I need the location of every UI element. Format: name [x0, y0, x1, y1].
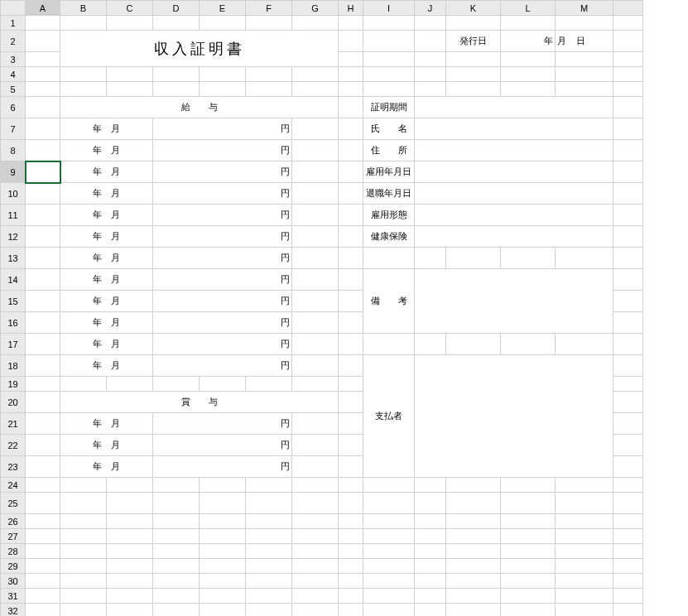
salary-amount: 円	[153, 183, 292, 205]
salary-amount: 円	[153, 140, 292, 161]
col-header[interactable]: D	[153, 1, 200, 16]
col-header[interactable]: M	[556, 1, 613, 16]
salary-ym: 年 月	[60, 226, 153, 248]
salary-ym: 年 月	[60, 334, 153, 355]
bonus-ym: 年 月	[60, 435, 153, 456]
col-header[interactable]: H	[339, 1, 363, 16]
issue-year-label: 年	[501, 31, 556, 52]
salary-section-header: 給 与	[60, 97, 339, 118]
hire-date-label: 雇用年月日	[363, 161, 415, 183]
row-header[interactable]: 20	[1, 392, 26, 413]
row-header[interactable]: 17	[1, 334, 26, 355]
row-header[interactable]: 4	[1, 67, 26, 82]
salary-ym: 年 月	[60, 205, 153, 226]
col-header[interactable]: J	[415, 1, 446, 16]
row-header[interactable]: 25	[1, 493, 26, 514]
salary-amount: 円	[153, 312, 292, 334]
row-header[interactable]: 26	[1, 514, 26, 529]
row-header[interactable]: 29	[1, 559, 26, 574]
row-header[interactable]: 6	[1, 97, 26, 118]
period-label: 証明期間	[363, 97, 415, 118]
col-header[interactable]: A	[26, 1, 60, 16]
bonus-amount: 円	[153, 413, 292, 435]
row-header[interactable]: 19	[1, 377, 26, 392]
col-header[interactable]: F	[246, 1, 292, 16]
salary-amount: 円	[153, 291, 292, 312]
leave-date-label: 退職年月日	[363, 183, 415, 205]
salary-ym: 年 月	[60, 291, 153, 312]
salary-amount: 円	[153, 334, 292, 355]
row-header[interactable]: 11	[1, 205, 26, 226]
bonus-ym: 年 月	[60, 456, 153, 478]
salary-amount: 円	[153, 248, 292, 269]
salary-amount: 円	[153, 355, 292, 377]
salary-ym: 年 月	[60, 269, 153, 291]
row-header[interactable]: 3	[1, 52, 26, 67]
name-label: 氏 名	[363, 118, 415, 140]
row-header[interactable]: 22	[1, 435, 26, 456]
row-header[interactable]: 31	[1, 589, 26, 604]
issue-day-label: 日	[576, 36, 585, 46]
row-header[interactable]: 10	[1, 183, 26, 205]
salary-ym: 年 月	[60, 248, 153, 269]
row-header[interactable]: 12	[1, 226, 26, 248]
col-header[interactable]: E	[200, 1, 246, 16]
row-header[interactable]: 30	[1, 574, 26, 589]
row-header[interactable]: 18	[1, 355, 26, 377]
row-header[interactable]: 23	[1, 456, 26, 478]
spreadsheet-grid[interactable]: A B C D E F G H I J K L M 1 2 収入証明書 発行日 …	[0, 0, 643, 616]
row-header[interactable]: 15	[1, 291, 26, 312]
col-header[interactable]: L	[501, 1, 556, 16]
remarks-value	[415, 269, 613, 334]
row-header[interactable]: 13	[1, 248, 26, 269]
col-header[interactable]: K	[446, 1, 501, 16]
salary-amount: 円	[153, 269, 292, 291]
salary-ym: 年 月	[60, 161, 153, 183]
bonus-amount: 円	[153, 456, 292, 478]
selected-cell[interactable]	[26, 161, 60, 183]
payer-value	[415, 355, 613, 478]
row-header[interactable]: 2	[1, 31, 26, 52]
salary-ym: 年 月	[60, 355, 153, 377]
issue-month-label: 月	[557, 36, 566, 46]
row-header[interactable]: 24	[1, 478, 26, 493]
bonus-amount: 円	[153, 435, 292, 456]
col-header[interactable]: C	[107, 1, 153, 16]
issue-date-label: 発行日	[446, 31, 501, 52]
row-header[interactable]: 1	[1, 16, 26, 31]
bonus-ym: 年 月	[60, 413, 153, 435]
col-header[interactable]	[613, 1, 643, 16]
salary-amount: 円	[153, 205, 292, 226]
row-header[interactable]: 8	[1, 140, 26, 161]
select-all-corner[interactable]	[1, 1, 26, 16]
salary-amount: 円	[153, 118, 292, 140]
salary-ym: 年 月	[60, 312, 153, 334]
row-header[interactable]: 14	[1, 269, 26, 291]
col-header[interactable]: G	[292, 1, 339, 16]
remarks-label: 備 考	[363, 269, 415, 334]
row-header[interactable]: 21	[1, 413, 26, 435]
employment-type-label: 雇用形態	[363, 205, 415, 226]
salary-amount: 円	[153, 226, 292, 248]
row-header[interactable]: 5	[1, 82, 26, 97]
payer-label: 支払者	[363, 355, 415, 478]
address-label: 住 所	[363, 140, 415, 161]
salary-amount: 円	[153, 161, 292, 183]
row-header[interactable]: 32	[1, 604, 26, 617]
row-header[interactable]: 9	[1, 161, 26, 183]
document-title: 収入証明書	[60, 31, 339, 67]
row-header[interactable]: 16	[1, 312, 26, 334]
bonus-section-header: 賞 与	[60, 392, 339, 413]
salary-ym: 年 月	[60, 183, 153, 205]
column-header-row: A B C D E F G H I J K L M	[1, 1, 643, 16]
col-header[interactable]: I	[363, 1, 415, 16]
row-header[interactable]: 7	[1, 118, 26, 140]
row-header[interactable]: 27	[1, 529, 26, 544]
salary-ym: 年 月	[60, 140, 153, 161]
row-header[interactable]: 28	[1, 544, 26, 559]
salary-ym: 年 月	[60, 118, 153, 140]
insurance-label: 健康保険	[363, 226, 415, 248]
col-header[interactable]: B	[60, 1, 107, 16]
